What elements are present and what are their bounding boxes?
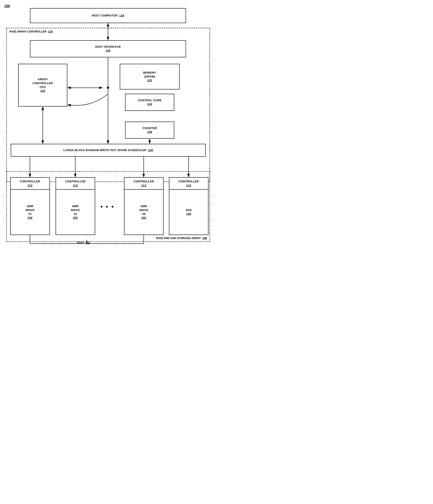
diagram-ref: 100 bbox=[4, 4, 10, 8]
scheduler-box: LARGE BLOCK RANDOM WRITE HOT SPARE SCHED… bbox=[11, 144, 206, 157]
scheduler-label: LARGE BLOCK RANDOM WRITE HOT SPARE SCHED… bbox=[63, 148, 153, 152]
controller-box-2: CONTROLLER112 SMRDRIVE#2102 bbox=[56, 177, 95, 235]
ellipsis: • • • bbox=[101, 203, 114, 210]
array-controller-label: ARRAY CONTROLLER CPU 120 bbox=[33, 77, 53, 93]
control-code-label: CONTROL CODE 124 bbox=[138, 99, 161, 106]
host-computer-box: HOST COMPUTER 118 bbox=[30, 8, 186, 23]
diagram: 100 HOST COMPUTER 118 RAID ARRAY CONTROL… bbox=[4, 4, 212, 248]
memory-label: MEMORY (DRAM) 122 bbox=[143, 71, 156, 83]
storage-array-label: RAID AND SSD STORAGE ARRAY 108 bbox=[156, 236, 207, 240]
raid-label: RAID 104 bbox=[77, 241, 90, 244]
controller-box-n: CONTROLLER112 SMRDRIVE#N102 bbox=[124, 177, 164, 235]
memory-box: MEMORY (DRAM) 122 bbox=[120, 64, 180, 90]
array-controller-box: ARRAY CONTROLLER CPU 120 bbox=[18, 64, 67, 107]
controller-box-ssd: CONTROLLER114 SSD106 bbox=[169, 177, 208, 235]
host-interface-box: HOST INTERFACE 130 bbox=[30, 40, 186, 57]
control-code-box: CONTROL CODE 124 bbox=[125, 94, 174, 111]
counter-label: COUNTER 128 bbox=[142, 126, 157, 134]
counter-box: COUNTER 128 bbox=[125, 122, 174, 139]
host-interface-label: HOST INTERFACE 130 bbox=[95, 45, 121, 53]
controller-box-1: CONTROLLER112 SMRDRIVE#1102 bbox=[10, 177, 50, 235]
host-computer-label: HOST COMPUTER 118 bbox=[92, 14, 124, 18]
raid-array-controller-label: RAID ARRAY CONTROLLER 116 bbox=[9, 30, 53, 33]
